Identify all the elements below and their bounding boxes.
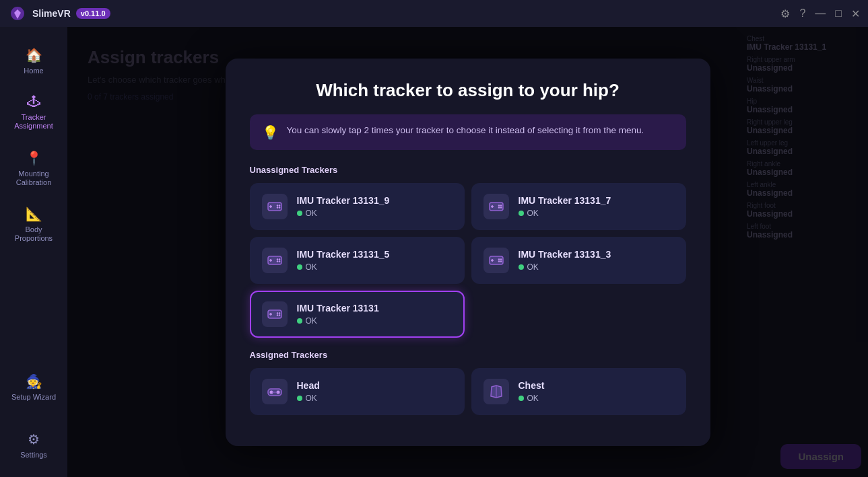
head-tracker-status: OK xyxy=(297,394,453,403)
tracker-icon-7 xyxy=(483,194,509,219)
svg-point-34 xyxy=(278,314,279,316)
sidebar: 🏠 Home 🕹 Tracker Assignment 📍 Mounting C… xyxy=(0,27,67,477)
sidebar-label-mounting: Mounting Calibration xyxy=(11,170,57,187)
chest-tracker-name: Chest xyxy=(519,380,674,391)
main-content: Assign trackers Let's choose which track… xyxy=(67,27,868,477)
tracker-icon-9 xyxy=(262,194,288,219)
tracker-name-7: IMU Tracker 13131_7 xyxy=(519,195,674,206)
sidebar-label-settings: Settings xyxy=(20,451,47,460)
sidebar-item-tracker-assignment[interactable]: 🕹 Tracker Assignment xyxy=(5,87,62,137)
tracker-card-7[interactable]: IMU Tracker 13131_7 OK xyxy=(471,183,686,230)
help-icon[interactable]: ? xyxy=(799,7,805,20)
svg-point-11 xyxy=(500,205,501,206)
tracker-card-selected[interactable]: IMU Tracker 13131 OK xyxy=(250,291,465,338)
status-dot-7 xyxy=(519,211,524,216)
settings-icon[interactable]: ⚙ xyxy=(780,7,790,20)
head-tracker-icon xyxy=(262,379,288,404)
svg-point-10 xyxy=(498,205,499,206)
sidebar-item-setup-wizard[interactable]: 🧙 Setup Wizard xyxy=(5,367,62,408)
svg-point-31 xyxy=(276,312,277,314)
sidebar-label-wizard: Setup Wizard xyxy=(11,393,56,402)
tracker-status-9: OK xyxy=(297,209,453,218)
close-icon[interactable]: ✕ xyxy=(851,7,860,20)
assigned-tracker-grid: Head OK Chest O xyxy=(250,368,686,415)
chest-status-dot xyxy=(519,396,524,401)
svg-point-18 xyxy=(278,258,279,260)
svg-point-6 xyxy=(278,207,279,208)
app-logo xyxy=(8,4,27,23)
sidebar-item-mounting[interactable]: 📍 Mounting Calibration xyxy=(5,143,62,194)
svg-point-24 xyxy=(498,258,499,260)
svg-point-5 xyxy=(276,207,277,208)
status-dot-5 xyxy=(297,264,302,270)
head-status-dot xyxy=(297,396,302,401)
tracker-card-head[interactable]: Head OK xyxy=(250,368,465,415)
assigned-section-label: Assigned Trackers xyxy=(250,350,686,360)
sidebar-label-tracker: Tracker Assignment xyxy=(11,113,57,131)
tracker-card-9[interactable]: IMU Tracker 13131_9 OK xyxy=(250,183,465,230)
svg-rect-38 xyxy=(272,392,277,392)
sidebar-label-home: Home xyxy=(24,67,43,75)
svg-point-4 xyxy=(278,205,279,206)
sidebar-item-settings[interactable]: ⚙ Settings xyxy=(5,425,62,466)
app-version: v0.11.0 xyxy=(76,8,110,19)
svg-point-12 xyxy=(498,207,499,208)
sidebar-item-home[interactable]: 🏠 Home xyxy=(5,40,62,82)
chest-tracker-icon xyxy=(483,379,509,404)
unassigned-tracker-grid: IMU Tracker 13131_9 OK IMU Tracker 13131… xyxy=(250,183,686,284)
tracker-icon: 🕹 xyxy=(27,94,40,110)
assigned-section: Assigned Trackers Head OK xyxy=(250,350,686,415)
status-dot-3 xyxy=(519,264,524,270)
svg-point-13 xyxy=(500,207,501,208)
tracker-status-3: OK xyxy=(519,262,674,272)
head-tracker-name: Head xyxy=(297,380,453,391)
tip-text: You can slowly tap 2 times your tracker … xyxy=(287,124,644,137)
svg-point-17 xyxy=(276,258,277,260)
tracker-card-chest[interactable]: Chest OK xyxy=(471,368,686,415)
svg-point-32 xyxy=(278,312,279,314)
status-dot-9 xyxy=(297,211,302,216)
app-name: SlimeVR xyxy=(32,8,71,19)
tracker-status-5: OK xyxy=(297,262,453,272)
window-controls: ⚙ ? — □ ✕ xyxy=(780,7,860,20)
svg-point-19 xyxy=(276,260,277,262)
tracker-card-3[interactable]: IMU Tracker 13131_3 OK xyxy=(471,237,686,284)
svg-point-20 xyxy=(278,260,279,262)
tracker-card-5[interactable]: IMU Tracker 13131_5 OK xyxy=(250,237,465,284)
chest-tracker-status: OK xyxy=(519,394,674,403)
tracker-assign-modal: Which tracker to assign to your hip? 💡 Y… xyxy=(226,59,710,446)
svg-point-26 xyxy=(498,260,499,262)
tracker-status-7: OK xyxy=(519,209,674,218)
titlebar: SlimeVR v0.11.0 ⚙ ? — □ ✕ xyxy=(0,0,868,27)
tracker-status-base: OK xyxy=(297,316,453,326)
svg-point-25 xyxy=(500,258,501,260)
mounting-icon: 📍 xyxy=(26,150,42,166)
tracker-name-5: IMU Tracker 13131_5 xyxy=(297,249,453,260)
selected-tracker-row: IMU Tracker 13131 OK xyxy=(250,291,686,338)
tracker-icon-5 xyxy=(262,248,288,273)
svg-point-27 xyxy=(500,260,501,262)
maximize-icon[interactable]: □ xyxy=(835,7,842,20)
modal-title: Which tracker to assign to your hip? xyxy=(250,80,686,101)
svg-point-3 xyxy=(276,205,277,206)
tracker-icon-3 xyxy=(483,248,509,273)
status-dot-base xyxy=(297,318,302,324)
body-icon: 📐 xyxy=(26,206,42,222)
tracker-name-base: IMU Tracker 13131 xyxy=(297,303,453,314)
tip-banner: 💡 You can slowly tap 2 times your tracke… xyxy=(250,114,686,150)
tracker-name-3: IMU Tracker 13131_3 xyxy=(519,249,674,260)
unassigned-section-label: Unassigned Trackers xyxy=(250,165,686,175)
settings-sidebar-icon: ⚙ xyxy=(28,431,40,447)
wizard-icon: 🧙 xyxy=(26,373,42,390)
tracker-icon-selected xyxy=(262,301,288,327)
minimize-icon[interactable]: — xyxy=(815,7,826,20)
tip-icon: 💡 xyxy=(262,124,279,141)
sidebar-label-body: Body Proportions xyxy=(11,225,57,243)
home-icon: 🏠 xyxy=(26,47,42,63)
svg-point-33 xyxy=(276,314,277,316)
tracker-name-9: IMU Tracker 13131_9 xyxy=(297,195,453,206)
sidebar-item-body-proportions[interactable]: 📐 Body Proportions xyxy=(5,199,62,250)
